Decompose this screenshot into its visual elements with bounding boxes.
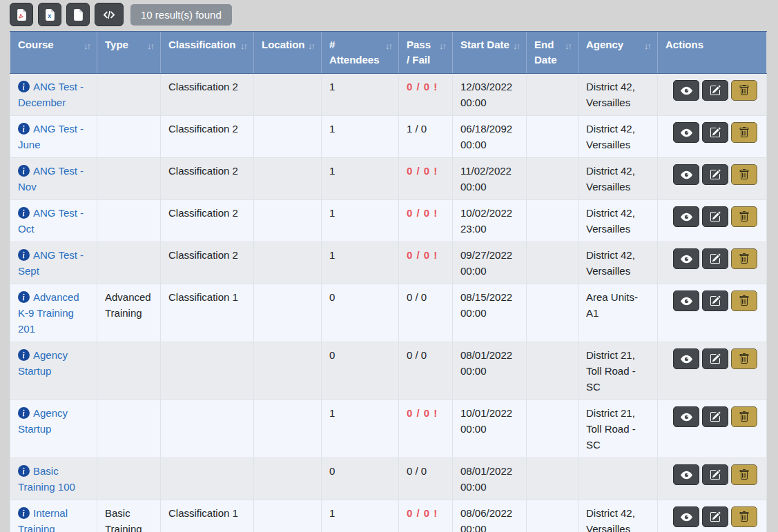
info-icon[interactable] [18,81,30,92]
cell-actions [658,158,767,200]
eye-icon [681,511,692,523]
edit-button[interactable] [702,80,728,101]
export-pdf-button[interactable] [10,3,33,26]
row-actions [665,247,759,269]
info-icon[interactable] [18,165,30,177]
cell-end_date [527,158,578,200]
edit-button[interactable] [702,464,728,485]
cell-pass_fail: 0 / 0 ! [399,400,453,458]
cell-course: ANG Test - Oct [10,200,97,242]
info-icon[interactable] [18,291,30,303]
cell-classification [161,342,254,400]
cell-attendees: 1 [322,200,399,242]
export-excel-button[interactable]: x [38,3,61,26]
view-button[interactable] [673,506,699,527]
row-actions [665,205,759,227]
sort-icon[interactable]: ↓↑ [644,37,650,54]
edit-button[interactable] [702,164,728,185]
delete-button[interactable] [731,80,757,101]
sort-icon[interactable]: ↓↑ [385,37,391,54]
view-button[interactable] [673,122,699,143]
cell-end_date [527,458,578,500]
delete-button[interactable] [731,406,757,427]
column-header-course[interactable]: Course↓↑ [10,32,97,74]
view-button[interactable] [673,80,699,101]
column-label: Location [262,37,305,52]
export-file-button[interactable] [66,3,90,26]
column-header-attendees[interactable]: # Attendees↓↑ [322,32,399,74]
info-icon[interactable] [18,249,30,261]
column-header-location[interactable]: Location↓↑ [254,32,322,74]
edit-button[interactable] [702,206,728,227]
info-icon[interactable] [18,507,30,519]
delete-button[interactable] [731,290,757,311]
edit-button[interactable] [702,290,728,311]
view-button[interactable] [673,348,699,369]
cell-location [254,74,322,116]
info-icon[interactable] [18,465,30,477]
info-icon[interactable] [18,349,30,361]
edit-button[interactable] [702,348,728,369]
sort-icon[interactable]: ↓↑ [439,37,445,54]
sort-icon[interactable]: ↓↑ [147,37,153,54]
export-code-button[interactable] [95,3,124,26]
column-header-pass_fail[interactable]: Pass / Fail↓↑ [399,32,453,74]
cell-agency: District 42, Versailles [578,500,658,532]
edit-button[interactable] [702,506,728,527]
info-icon[interactable] [18,207,30,219]
column-label: Classification [168,37,237,52]
view-button[interactable] [673,206,699,227]
cell-start_date: 08/15/2022 00:00 [453,284,527,342]
delete-button[interactable] [731,506,757,527]
pass-fail-alert: 0 / 0 ! [407,165,438,177]
delete-button[interactable] [731,164,757,185]
view-button[interactable] [673,248,699,269]
edit-icon [710,85,721,96]
view-button[interactable] [673,164,699,185]
sort-icon[interactable]: ↓↑ [565,37,571,54]
edit-button[interactable] [702,248,728,269]
edit-icon [710,295,721,306]
sort-icon[interactable]: ↓↑ [308,37,314,54]
file-pdf-icon [16,9,28,21]
delete-button[interactable] [731,248,757,269]
column-header-classification[interactable]: Classification↓↑ [161,32,254,74]
view-button[interactable] [673,464,699,485]
column-header-start_date[interactable]: Start Date↓↑ [453,32,527,74]
cell-type [97,74,161,116]
cell-agency: District 21, Toll Road - SC [578,400,658,458]
info-icon[interactable] [18,123,30,135]
sort-icon[interactable]: ↓↑ [240,37,246,54]
cell-type [97,400,161,458]
edit-button[interactable] [702,406,728,427]
info-icon[interactable] [18,407,30,419]
view-button[interactable] [673,290,699,311]
cell-attendees: 0 [322,458,399,500]
column-header-end_date[interactable]: End Date↓↑ [527,32,578,74]
delete-button[interactable] [731,464,757,485]
results-count-badge: 10 result(s) found [130,4,232,26]
column-header-agency[interactable]: Agency↓↑ [578,32,658,74]
cell-pass_fail: 0 / 0 ! [399,158,453,200]
view-button[interactable] [673,406,699,427]
delete-button[interactable] [731,206,757,227]
cell-location [254,158,322,200]
delete-button[interactable] [731,348,757,369]
cell-location [254,500,322,532]
sort-icon[interactable]: ↓↑ [513,37,519,54]
cell-attendees: 1 [322,400,399,458]
edit-button[interactable] [702,122,728,143]
cell-classification: Classification 1 [161,284,254,342]
eye-icon [681,253,692,265]
edit-icon [710,411,721,422]
row-actions [665,79,759,101]
cell-course: Agency Startup [10,342,97,400]
column-header-type[interactable]: Type↓↑ [97,32,161,74]
pass-fail-alert: 0 / 0 ! [407,507,438,519]
page: x 10 result(s) found Course↓↑Type↓↑Class… [0,0,778,532]
delete-button[interactable] [731,122,757,143]
sort-icon[interactable]: ↓↑ [84,37,90,54]
eye-icon [681,469,692,481]
cell-location [254,200,322,242]
cell-agency: District 42, Versailles [578,116,658,158]
